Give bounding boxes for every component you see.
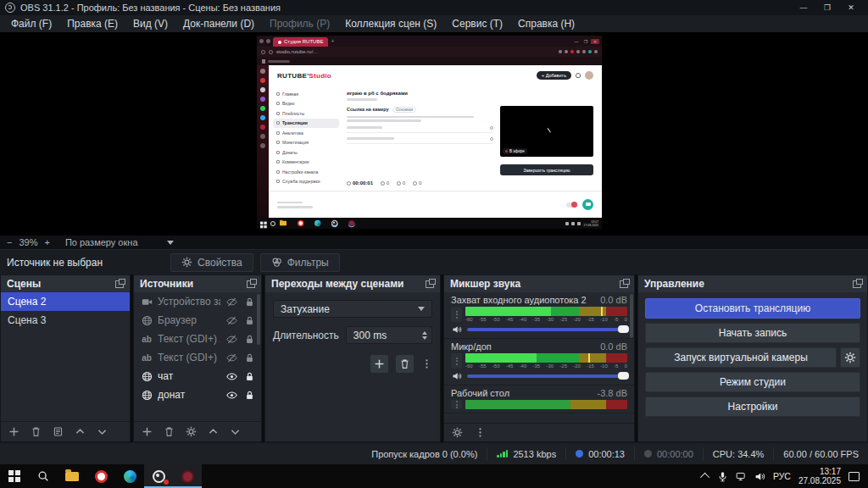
menu-item[interactable]: Файл (F): [3, 15, 59, 32]
app-taskbar-button[interactable]: [173, 464, 202, 488]
filters-button[interactable]: Фильтры: [260, 253, 340, 272]
eye-slash-icon[interactable]: [225, 352, 238, 363]
sidebar-item-icon: [276, 131, 280, 135]
maximize-button[interactable]: ❐: [815, 0, 839, 15]
menu-item[interactable]: Вид (V): [125, 15, 175, 32]
dock-popout-icon[interactable]: [853, 280, 861, 288]
channel-grip[interactable]: [451, 307, 462, 322]
fit-mode-label[interactable]: По размеру окна: [65, 237, 138, 247]
move-scene-up-button[interactable]: [75, 426, 86, 437]
remove-scene-button[interactable]: [31, 426, 42, 437]
transition-menu-button[interactable]: [421, 358, 432, 369]
eye-icon[interactable]: [225, 389, 238, 401]
stop-streaming-button[interactable]: Остановить трансляцию: [645, 298, 860, 319]
sources-scrollbar[interactable]: [257, 294, 260, 345]
network-icon[interactable]: [736, 471, 747, 482]
remove-source-button[interactable]: [164, 426, 175, 437]
menu-item[interactable]: Профиль (P): [262, 15, 337, 32]
lock-icon[interactable]: [243, 333, 256, 345]
source-item[interactable]: abТекст (GDI+): [134, 348, 261, 367]
menu-item[interactable]: Справка (H): [510, 15, 582, 32]
volume-slider[interactable]: [467, 374, 627, 378]
close-button[interactable]: ✕: [839, 0, 863, 15]
clock[interactable]: 13:1727.08.2025: [798, 467, 841, 485]
studio-mode-button[interactable]: Режим студии: [645, 372, 860, 392]
lock-icon[interactable]: [243, 314, 256, 326]
move-source-down-button[interactable]: [230, 426, 241, 437]
menu-item[interactable]: Коллекция сцен (S): [337, 15, 444, 32]
speaker-icon[interactable]: [451, 371, 463, 381]
mixer-menu-button[interactable]: [475, 427, 486, 438]
properties-button[interactable]: Свойства: [170, 253, 253, 272]
scene-item[interactable]: Сцена 3: [1, 311, 130, 330]
add-transition-button[interactable]: [370, 355, 388, 373]
scene-filters-button[interactable]: [53, 426, 64, 437]
zoom-in-button[interactable]: +: [44, 237, 49, 247]
browser-button[interactable]: [86, 464, 115, 488]
dock-popout-icon[interactable]: [115, 280, 124, 288]
minimize-button[interactable]: —: [792, 0, 815, 15]
channel-grip[interactable]: [451, 400, 462, 409]
eye-slash-icon[interactable]: [225, 314, 238, 326]
rutube-sidebar-item: Плейлисты: [273, 108, 339, 119]
dock-popout-icon[interactable]: [426, 280, 434, 288]
source-item[interactable]: чат: [134, 367, 261, 385]
source-item[interactable]: Браузер: [134, 311, 261, 330]
scene-item[interactable]: Сцена 2: [1, 292, 130, 311]
move-source-up-button[interactable]: [208, 426, 219, 437]
mixer-scrollbar[interactable]: [630, 294, 633, 338]
stream-stats: 00:00:01 0 0 0: [347, 180, 493, 187]
source-item[interactable]: abТекст (GDI+) 2: [134, 330, 261, 348]
zoom-bar: − 39% + По размеру окна: [0, 236, 868, 249]
duration-spinner[interactable]: 300 ms: [346, 326, 432, 344]
fit-dropdown-caret[interactable]: [167, 241, 174, 245]
lock-icon[interactable]: [243, 370, 256, 382]
mixer-settings-button[interactable]: [452, 427, 463, 438]
start-virtual-camera-button[interactable]: Запуск виртуальной камеры: [645, 347, 837, 368]
volume-slider[interactable]: [467, 328, 627, 331]
start-button[interactable]: [0, 464, 29, 488]
lock-icon[interactable]: [243, 296, 256, 308]
remove-transition-button[interactable]: [396, 355, 414, 373]
menu-item[interactable]: Правка (E): [59, 15, 125, 32]
dock-popout-icon[interactable]: [247, 280, 255, 288]
move-scene-down-button[interactable]: [97, 426, 108, 437]
microphone-icon[interactable]: [717, 471, 728, 482]
channel-grip[interactable]: [451, 353, 462, 369]
search-button[interactable]: [29, 464, 58, 488]
dock-popout-icon[interactable]: [620, 280, 628, 288]
speaker-icon[interactable]: [754, 471, 765, 482]
source-properties-button[interactable]: [186, 426, 197, 437]
virtual-camera-settings-button[interactable]: [840, 347, 860, 368]
sidebar-item-icon: [276, 160, 280, 164]
eye-slash-icon[interactable]: [225, 333, 238, 345]
sources-title: Источники: [140, 278, 193, 290]
spin-up-icon[interactable]: [422, 331, 427, 335]
source-item[interactable]: донат: [134, 385, 261, 404]
menu-item[interactable]: Док-панели (D): [175, 15, 262, 32]
speaker-icon[interactable]: [451, 324, 463, 335]
notification-center-icon[interactable]: [849, 472, 860, 481]
transition-select[interactable]: Затухание: [273, 300, 432, 318]
file-explorer-button[interactable]: [58, 464, 86, 488]
eye-icon[interactable]: [225, 370, 238, 382]
obs-taskbar-button[interactable]: [144, 464, 173, 488]
edge-button[interactable]: [115, 464, 144, 488]
language-indicator[interactable]: РУС: [773, 471, 791, 481]
menu-item[interactable]: Сервис (T): [444, 15, 510, 32]
start-recording-button[interactable]: Начать запись: [645, 323, 860, 343]
preview-canvas[interactable]: Студия RUTUBE + —❐✕ studio.rutube.ru/…: [0, 32, 868, 236]
captured-screen-preview: Студия RUTUBE + —❐✕ studio.rutube.ru/…: [257, 36, 602, 229]
lock-icon[interactable]: [243, 389, 256, 401]
add-source-button[interactable]: [142, 426, 153, 437]
eye-slash-icon[interactable]: [225, 296, 238, 308]
lock-icon[interactable]: [243, 352, 256, 363]
tray-expand-icon[interactable]: [700, 473, 709, 482]
spin-down-icon[interactable]: [422, 336, 427, 340]
add-scene-button[interactable]: [8, 426, 19, 437]
source-item[interactable]: Устройство захв: [134, 292, 261, 311]
channel-db: 0.0 dB: [600, 295, 627, 305]
zoom-out-button[interactable]: −: [7, 237, 12, 247]
likes-count: 0: [403, 180, 405, 186]
settings-button[interactable]: Настройки: [645, 396, 860, 417]
